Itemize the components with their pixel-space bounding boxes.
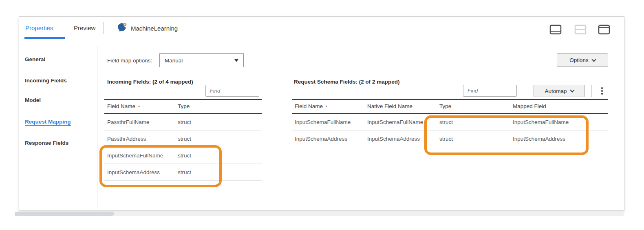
incoming-fields-title: Incoming Fields: (2 of 4 mapped) [107, 79, 193, 85]
incoming-fields-table-header: Field Name▲ Type [104, 99, 262, 114]
table-row[interactable]: InputSchemaAddress struct [104, 164, 262, 181]
tabbar-divider [103, 22, 104, 34]
split-panel-icon[interactable] [574, 24, 587, 35]
incoming-fields-table: Field Name▲ Type PassthrFullName struct … [104, 99, 262, 181]
sidebar-item-incoming-fields[interactable]: Incoming Fields [25, 77, 67, 85]
column-header-type[interactable]: Type [439, 100, 451, 113]
cell-field-name: PassthrAddress [107, 130, 146, 147]
sort-ascending-icon: ▲ [137, 104, 141, 108]
cell-field-name: InputSchemaAddress [295, 130, 347, 147]
options-button-label: Options [569, 57, 589, 63]
screen: Properties Preview MachineLearning [0, 0, 644, 230]
sort-ascending-icon: ▲ [325, 104, 328, 108]
column-header-type[interactable]: Type [178, 100, 190, 113]
table-row[interactable]: InputSchemaFullName struct [104, 147, 262, 164]
horizontal-scrollbar-thumb[interactable] [15, 212, 114, 216]
toolbar-divider [591, 85, 592, 97]
transformation-header: MachineLearning [117, 22, 178, 34]
tab-bar: Properties Preview MachineLearning [19, 17, 624, 39]
active-tab-underline [24, 37, 65, 39]
incoming-fields-find-input[interactable] [205, 85, 259, 97]
transformation-properties-panel: Properties Preview MachineLearning [19, 16, 624, 210]
column-header-native-field-name[interactable]: Native Field Name [367, 100, 412, 113]
cell-mapped-field: InputSchemaAddress [513, 130, 565, 147]
table-row[interactable]: PassthrAddress struct [104, 130, 262, 147]
cell-mapped-field: InputSchemaFullName [513, 114, 569, 130]
sidebar-item-general[interactable]: General [25, 55, 45, 64]
sidebar-item-request-mapping[interactable]: Request Mapping [25, 118, 71, 126]
column-header-field-name[interactable]: Field Name▲ [107, 100, 141, 113]
transformation-name: MachineLearning [131, 25, 178, 32]
table-row[interactable]: PassthrFullName struct [104, 114, 262, 130]
cell-field-name: InputSchemaAddress [107, 164, 160, 181]
tab-preview[interactable]: Preview [74, 24, 95, 31]
cell-type: struct [178, 130, 191, 147]
sidebar-item-response-fields[interactable]: Response Fields [25, 139, 68, 147]
sidebar-divider [97, 46, 97, 209]
request-schema-find-input[interactable] [463, 85, 517, 97]
automap-button[interactable]: Automap [534, 85, 585, 97]
column-header-mapped-field[interactable]: Mapped Field [513, 100, 546, 113]
field-map-selected-value: Manual [165, 58, 183, 64]
cell-field-name: InputSchemaFullName [107, 147, 163, 164]
field-map-options-label: Field map options: [107, 58, 152, 64]
cell-type: struct [178, 164, 191, 181]
kebab-menu-icon[interactable] [597, 84, 607, 97]
cell-type: struct [439, 130, 453, 147]
tab-properties[interactable]: Properties [25, 24, 53, 31]
minimize-panel-icon[interactable] [549, 24, 562, 35]
column-header-field-name[interactable]: Field Name▲ [295, 100, 328, 113]
machine-learning-icon [117, 22, 128, 35]
cell-field-name: InputSchemaFullName [295, 114, 351, 130]
table-row[interactable]: InputSchemaFullName InputSchemaFullName … [292, 114, 608, 130]
request-schema-table: Field Name▲ Native Field Name Type Mappe… [292, 99, 608, 147]
cell-native-field-name: InputSchemaFullName [367, 114, 423, 130]
request-schema-table-header: Field Name▲ Native Field Name Type Mappe… [292, 99, 608, 114]
sidebar-item-model[interactable]: Model [25, 96, 41, 104]
maximize-panel-icon[interactable] [598, 24, 610, 35]
horizontal-scrollbar-track[interactable] [15, 212, 624, 216]
panel-layout-controls [547, 24, 613, 35]
chevron-down-icon [570, 88, 574, 92]
table-row[interactable]: InputSchemaAddress InputSchemaAddress st… [292, 130, 608, 147]
cell-type: struct [178, 114, 191, 130]
cell-type: struct [178, 147, 191, 164]
options-button[interactable]: Options [557, 53, 608, 67]
dropdown-caret-icon [234, 59, 238, 62]
cell-type: struct [439, 114, 453, 130]
chevron-down-icon [591, 57, 596, 62]
field-map-options-select[interactable]: Manual [159, 53, 244, 67]
cell-field-name: PassthrFullName [107, 114, 150, 130]
request-schema-fields-title: Request Schema Fields: (2 of 2 mapped) [294, 79, 400, 85]
automap-button-label: Automap [545, 88, 567, 94]
cell-native-field-name: InputSchemaAddress [367, 130, 420, 147]
